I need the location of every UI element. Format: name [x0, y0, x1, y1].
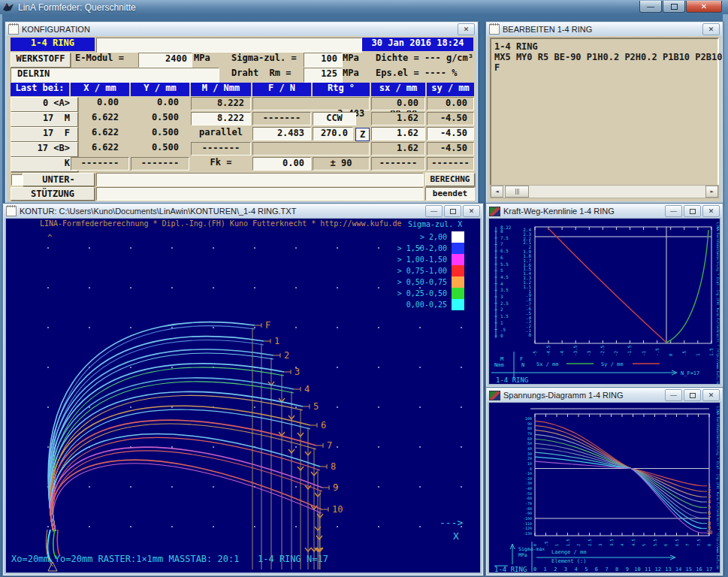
svg-text:14: 14 — [675, 566, 681, 572]
row-a-button[interactable]: 0 <A> — [11, 97, 78, 112]
svg-text:8: 8 — [500, 228, 503, 234]
row-m-rtg-field[interactable]: CCW — [313, 112, 356, 125]
row-k-fk-label: Fk = — [191, 157, 251, 171]
scroll-left-arrow[interactable]: ◄ — [491, 186, 503, 198]
comment-field[interactable] — [96, 38, 362, 53]
kraftweg-minimize-button[interactable]: — — [665, 205, 682, 217]
svg-text:--->: ---> — [440, 517, 463, 528]
svg-text:1: 1 — [544, 566, 547, 572]
werkstoff-button[interactable]: WERKSTOFF — [11, 53, 71, 68]
svg-text:4: 4 — [574, 566, 577, 572]
col-header-m: M / Nmm — [191, 83, 251, 96]
svg-text:N_F=17: N_F=17 — [681, 370, 699, 376]
rm-field[interactable]: 125 — [304, 68, 343, 83]
notepad-icon — [6, 206, 17, 216]
emodul-field[interactable]: 2400 — [138, 53, 192, 68]
spannung-minimize-button[interactable]: — — [665, 389, 682, 401]
row-b-button[interactable]: 17 <B> — [11, 142, 78, 157]
svg-text:4: 4 — [620, 543, 624, 546]
svg-text:3: 3 — [598, 544, 603, 546]
svg-text:Xo=20mm Yo=20mm RASTER:1×1mm M: Xo=20mm Yo=20mm RASTER:1×1mm MASSTAB: 20… — [11, 554, 239, 564]
svg-text:-120: -120 — [523, 526, 532, 530]
spannung-body: 1009080706050403020100-10-20-30-40-50-60… — [488, 402, 720, 573]
konfiguration-titlebar[interactable]: KONFIGURATION ✕ — [6, 23, 477, 36]
svg-text:6: 6 — [595, 566, 598, 572]
unter-button[interactable]: UNTER- — [23, 173, 95, 186]
svg-text:7: 7 — [685, 544, 690, 546]
unter-field[interactable] — [96, 173, 424, 186]
scroll-thumb[interactable] — [505, 186, 529, 198]
svg-text:60: 60 — [527, 437, 532, 441]
svg-text:1-4 RING: 1-4 RING — [494, 566, 527, 573]
spring-name-field[interactable]: 1-4 RING — [11, 38, 95, 51]
chart-icon — [489, 391, 500, 400]
svg-text:> 1,00-1,50: > 1,00-1,50 — [397, 255, 447, 264]
svg-text:10: 10 — [634, 566, 640, 572]
sigma-zul-label: Sigma-zul. = — [231, 53, 297, 66]
berechng-button[interactable]: BERECHNG — [425, 173, 475, 186]
kontur-minimize-button[interactable]: — — [425, 205, 443, 217]
spannung-close-button[interactable]: ✕ — [702, 389, 720, 401]
svg-text:1: 1 — [500, 320, 503, 325]
svg-text:8: 8 — [707, 544, 711, 546]
svg-text:2.5: 2.5 — [588, 539, 592, 546]
kraftweg-close-button[interactable]: ✕ — [702, 205, 720, 217]
row-m-y: 0.500 — [131, 112, 179, 125]
stuetzung-button[interactable]: STÜTZUNG — [11, 187, 95, 201]
row-k-sy: ------- — [427, 157, 474, 171]
spannung-titlebar[interactable]: Spannungs-Diagramm 1-4 RING — ✕ — [487, 388, 722, 402]
kontur-titlebar[interactable]: KONTUR: C:\Users\Kuno\Documents\LinAwin\… — [4, 204, 482, 218]
svg-text:40: 40 — [527, 446, 532, 451]
kraftweg-restore-button[interactable] — [684, 205, 701, 217]
svg-text:6: 6 — [500, 255, 503, 260]
maximize-button[interactable] — [663, 1, 685, 13]
svg-text:70: 70 — [527, 431, 532, 436]
svg-text:^: ^ — [47, 233, 53, 243]
row-f-button[interactable]: 17 F — [11, 127, 78, 142]
svg-text:-80: -80 — [525, 506, 532, 511]
editor-hscrollbar[interactable]: ◄ ► — [490, 185, 719, 198]
row-f-f-field[interactable]: 2.483 — [252, 127, 311, 140]
svg-text:7: 7 — [327, 440, 332, 451]
spannung-plot: 1009080706050403020100-10-20-30-40-50-60… — [488, 402, 720, 573]
svg-text:-1: -1 — [641, 350, 646, 356]
svg-text:7.5: 7.5 — [500, 235, 509, 240]
unterstuetzung-checkbox[interactable] — [11, 174, 23, 186]
kraftweg-titlebar[interactable]: Kraft-Weg-Kennlinie 1-4 RING — ✕ — [487, 204, 722, 218]
svg-text:12: 12 — [655, 566, 661, 572]
row-f-sy: -4.50 — [427, 127, 474, 140]
spannung-restore-button[interactable] — [684, 389, 701, 401]
svg-text:17: 17 — [706, 566, 712, 572]
svg-text:-4: -4 — [559, 350, 564, 356]
row-k-button[interactable]: K — [11, 157, 78, 172]
material-field[interactable]: DELRIN — [11, 68, 219, 83]
kontur-close-button[interactable]: ✕ — [463, 205, 480, 217]
stuetzung-field[interactable] — [96, 187, 424, 201]
scroll-right-arrow[interactable]: ► — [705, 186, 718, 198]
emodul-label: E-Modul = — [75, 53, 124, 66]
row-a-sx: 0.00 — [371, 97, 425, 110]
svg-text:13: 13 — [665, 566, 671, 572]
svg-text:100: 100 — [525, 416, 532, 421]
bearbeiten-close-button[interactable]: ✕ — [702, 23, 720, 35]
svg-text:-5: -5 — [532, 350, 537, 356]
row-m-m-field[interactable]: 8.222 — [191, 112, 251, 125]
spannung-title: Spannungs-Diagramm 1-4 RING — [503, 391, 624, 400]
script-editor[interactable]: 1-4 RINGMX5 MY0 R5 BE-90 P1H0.2 P2H0.2 P… — [490, 38, 719, 186]
app-titlebar[interactable]: LinA Formfeder: Querschnitte — ✕ — [0, 0, 728, 14]
sigma-zul-field[interactable]: 100 — [304, 53, 343, 68]
row-f-rtg-field[interactable]: 270.0 — [313, 127, 353, 140]
svg-text:6: 6 — [321, 420, 326, 430]
close-button[interactable]: ✕ — [686, 1, 722, 13]
row-f-z-toggle[interactable]: Z — [355, 128, 370, 141]
svg-text:> 1,50-2,00: > 1,50-2,00 — [397, 244, 447, 252]
svg-text:7.5: 7.5 — [696, 539, 701, 546]
svg-text:3.5: 3.5 — [500, 287, 509, 292]
row-k-fk-field[interactable]: 0.00 — [252, 157, 311, 171]
row-m-button[interactable]: 17 M — [11, 112, 78, 127]
minimize-button[interactable]: — — [639, 1, 662, 13]
bearbeiten-titlebar[interactable]: BEARBEITEN 1-4 RING ✕ — [487, 23, 722, 36]
mpa-label-2: MPa — [343, 53, 359, 66]
konfiguration-close-button[interactable]: ✕ — [458, 23, 475, 35]
kontur-restore-button[interactable] — [444, 205, 461, 217]
